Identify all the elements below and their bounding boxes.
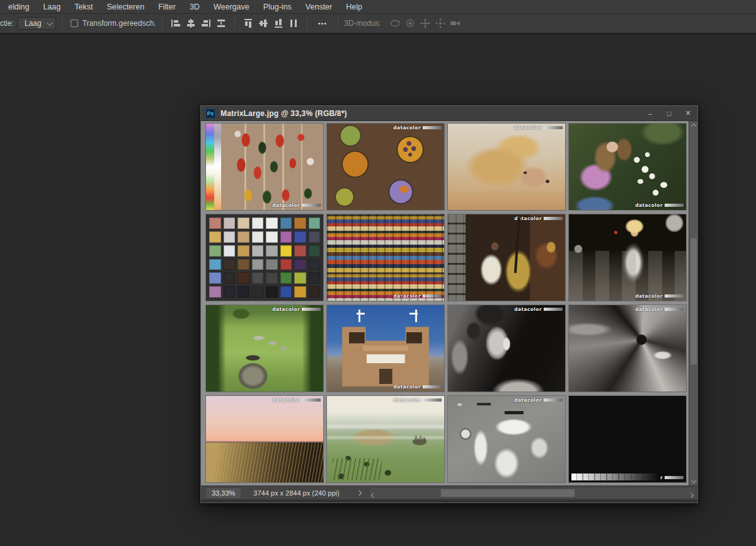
scroll-down-arrow-icon[interactable] (689, 476, 698, 485)
divider (338, 16, 338, 30)
menu-item-elding[interactable]: elding (1, 0, 36, 14)
menu-item-help[interactable]: Help (339, 0, 369, 14)
selection-mode-dropdown[interactable]: Laag (18, 17, 56, 30)
document-canvas[interactable]: datacolordatacolordatacolordatacolordata… (201, 121, 689, 485)
close-button[interactable]: ✕ (679, 106, 697, 120)
zoom-3d-camera-icon[interactable] (449, 16, 462, 30)
align-bottom-edges-icon[interactable] (272, 16, 285, 30)
maximize-button[interactable]: □ (660, 106, 679, 120)
datacolor-watermark: datacolor (393, 398, 442, 403)
chevron-down-icon (47, 20, 53, 26)
checkbox-icon[interactable] (71, 20, 78, 27)
document-titlebar[interactable]: Ps MatrixLarge.jpg @ 33,3% (RGB/8*) – □ … (201, 106, 697, 121)
checker-patch (252, 245, 264, 257)
vertical-scrollbar[interactable] (689, 121, 697, 485)
align-right-edges-icon[interactable] (199, 16, 213, 30)
datacolor-watermark: datacolor (514, 125, 563, 131)
checker-patch (266, 245, 278, 257)
checker-patch (294, 259, 306, 270)
more-options-button[interactable]: ••• (313, 20, 333, 27)
checker-patch (238, 272, 249, 284)
photo-church: datacolor (327, 305, 444, 392)
divider (234, 16, 235, 30)
menu-item-plug-ins[interactable]: Plug-ins (256, 0, 299, 14)
document-title: MatrixLarge.jpg @ 33,3% (RGB/8*) (220, 109, 347, 118)
photoshop-app: eldingLaagTekstSelecterenFilter3DWeergav… (0, 0, 756, 546)
checker-patch (266, 259, 278, 270)
orbit-3d-camera-icon[interactable] (388, 16, 402, 30)
checker-patch (266, 286, 278, 298)
checker-patch (309, 272, 321, 284)
color-checker-grid (206, 214, 323, 301)
selection-label: ctie: (0, 19, 14, 28)
menu-bar: eldingLaagTekstSelecterenFilter3DWeergav… (0, 0, 756, 14)
datacolor-watermark: datacolor (272, 398, 321, 403)
zoom-level-field[interactable]: 33,33% (206, 488, 241, 498)
photo-plates: datacolor (327, 124, 444, 210)
checker-patch (280, 245, 292, 257)
distribute-vertical-icon[interactable] (287, 16, 301, 30)
checker-patch (280, 286, 292, 298)
scroll-right-arrow-icon[interactable] (689, 491, 693, 499)
roll-3d-camera-icon[interactable] (403, 16, 417, 30)
photoshop-file-icon: Ps (205, 108, 215, 119)
divider (307, 16, 307, 30)
photo-girl: datacolor (569, 124, 686, 210)
photo-tuscany: datacolor (327, 396, 444, 482)
checker-patch (280, 218, 292, 229)
datacolor-watermark: datacolor (393, 294, 442, 299)
photo-peppers: datacolor (206, 124, 323, 210)
checker-patch (309, 286, 321, 298)
checker-patch (238, 231, 249, 243)
horizontal-scrollbar[interactable] (370, 488, 695, 498)
vertical-scrollbar-thumb[interactable] (690, 238, 697, 364)
selection-mode-value: Laag (25, 19, 42, 28)
transform-controls-toggle[interactable]: Transform.gereedsch. (71, 19, 156, 28)
divider (62, 16, 62, 30)
checker-patch (252, 286, 264, 298)
photo-bass: datacolor (448, 214, 565, 301)
horizontal-scrollbar-thumb[interactable] (441, 489, 575, 497)
align-top-edges-icon[interactable] (241, 16, 255, 30)
menu-item-laag[interactable]: Laag (36, 0, 67, 14)
menu-item-selecteren[interactable]: Selecteren (100, 0, 151, 14)
image-grid: datacolordatacolordatacolordatacolordata… (206, 124, 686, 482)
menu-item-weergave[interactable]: Weergave (207, 0, 256, 14)
checker-patch (266, 272, 278, 284)
distribute-horizontal-icon[interactable] (214, 16, 228, 30)
document-statusbar: 33,33% 3744 px x 2844 px (240 ppi) (201, 485, 697, 499)
menu-item-venster[interactable]: Venster (299, 0, 339, 14)
checker-patch (252, 272, 264, 284)
checker-patch (280, 231, 292, 243)
menu-item-3d[interactable]: 3D (183, 0, 207, 14)
align-vertical-centers-icon[interactable] (256, 16, 270, 30)
status-expand-button[interactable] (357, 491, 361, 495)
slide-3d-camera-icon[interactable] (433, 16, 447, 30)
align-left-edges-icon[interactable] (169, 16, 183, 30)
divider (162, 16, 163, 30)
checker-patch (309, 259, 321, 270)
photo-sunset: datacolor (206, 396, 323, 482)
checker-patch (209, 286, 221, 298)
threed-mode-label: 3D-modus: (344, 19, 381, 28)
minimize-button[interactable]: – (641, 106, 660, 120)
workspace: Ps MatrixLarge.jpg @ 33,3% (RGB/8*) – □ … (0, 34, 756, 545)
checker-patch (294, 286, 306, 298)
menu-item-filter[interactable]: Filter (151, 0, 183, 14)
checker-patch (224, 286, 236, 298)
datacolor-watermark: datacolor (635, 203, 684, 208)
menu-item-tekst[interactable]: Tekst (67, 0, 100, 14)
datacolor-watermark: datacolor (635, 475, 684, 480)
datacolor-watermark: datacolor (635, 307, 684, 312)
scroll-up-arrow-icon[interactable] (689, 122, 698, 131)
align-horizontal-centers-icon[interactable] (184, 16, 198, 30)
pan-3d-camera-icon[interactable] (418, 16, 432, 30)
datacolor-watermark: datacolor (635, 294, 684, 299)
photo-beads: datacolor (327, 214, 444, 301)
window-bottom-edge (201, 499, 697, 502)
scroll-left-arrow-icon[interactable] (372, 491, 375, 499)
photo-checker (206, 214, 323, 301)
checker-patch (294, 231, 306, 243)
checker-patch (224, 218, 236, 229)
photo-composite: datacolor (569, 396, 686, 482)
